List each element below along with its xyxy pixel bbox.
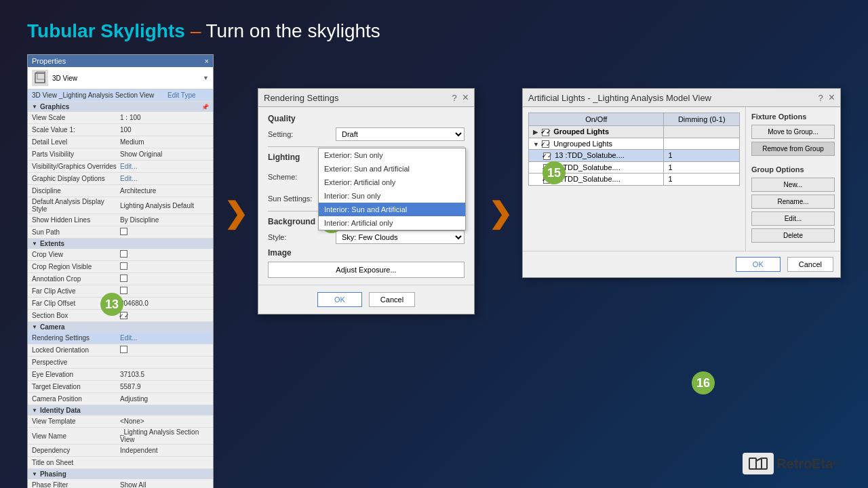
properties-panel: Properties × 3D View ▼ 3D View _Lighting… <box>27 54 214 488</box>
properties-titlebar: Properties × <box>28 55 213 67</box>
ungrouped-lights-label: Ungrouped Lights <box>553 140 612 148</box>
scheme-option-3[interactable]: Interior: Sun only <box>319 189 465 203</box>
phase-filter-label: Phase Filter <box>32 481 120 488</box>
graphic-display-edit[interactable]: Edit... <box>120 175 209 182</box>
analysis-view-row: 3D View _Lighting Analysis Section View … <box>28 89 213 102</box>
properties-close[interactable]: × <box>205 57 209 65</box>
rendering-ok-button[interactable]: OK <box>317 292 362 307</box>
vg-edit[interactable]: Edit... <box>120 163 209 170</box>
move-to-group-btn[interactable]: Move to Group... <box>751 125 835 139</box>
scheme-option-0[interactable]: Exterior: Sun only <box>319 148 465 162</box>
title-area: Tubular Skylights – Turn on the skylight… <box>27 20 841 42</box>
graphic-display-row: Graphic Display Options Edit... <box>28 173 213 185</box>
retroeta-icon <box>748 455 768 472</box>
light-dimming-2: 1 <box>664 174 740 186</box>
light-name-0: ✓ 13 :TDD_Solatube.... <box>529 150 664 162</box>
vg-overrides-row: Visibility/Graphics Overrides Edit... <box>28 161 213 173</box>
camera-pos-value: Adjusting <box>120 395 209 403</box>
fixture-options-title: Fixture Options <box>751 113 835 121</box>
perspective-label: Perspective <box>32 359 120 366</box>
light-dimming-1: 1 <box>664 161 740 174</box>
artificial-ok-btn[interactable]: OK <box>736 257 781 272</box>
parts-visibility-row: Parts Visibility Show Original <box>28 148 213 161</box>
rename-group-btn[interactable]: Rename... <box>751 195 835 209</box>
col-dimming: Dimming (0-1) <box>664 113 740 126</box>
title-dash: – <box>191 20 206 41</box>
rendering-dialog-titlebar: Rendering Settings ? × <box>258 89 474 107</box>
scheme-option-5[interactable]: Interior: Artificial only <box>319 216 465 230</box>
title-sheet-label: Title on Sheet <box>32 459 120 466</box>
scheme-option-2[interactable]: Exterior: Artificial only <box>319 176 465 189</box>
camera-pos-label: Camera Position <box>32 395 120 403</box>
step15-badge: 15 <box>542 161 566 184</box>
image-section-label: Image <box>268 248 465 258</box>
remove-from-group-btn[interactable]: Remove from Group <box>751 142 835 156</box>
title-part2: Turn on the skylights <box>206 20 380 41</box>
ungrouped-lights-row: ▼ ✓ Ungrouped Lights <box>529 138 740 150</box>
grouped-expand-icon[interactable]: ▶ <box>533 129 540 136</box>
adjust-exposure-btn[interactable]: Adjust Exposure... <box>268 262 465 278</box>
artificial-cancel-btn[interactable]: Cancel <box>787 257 833 272</box>
step13-badge: 13 <box>100 293 123 316</box>
crop-view-row: Crop View <box>28 249 213 261</box>
eye-elev-value: 37103.5 <box>120 371 209 378</box>
graphics-label: Graphics <box>40 103 69 110</box>
grouped-lights-cell: ▶ ✓ Grouped Lights <box>529 126 664 138</box>
fixture-options-panel: Fixture Options Move to Group... Remove … <box>745 107 840 251</box>
ungrouped-expand-icon[interactable]: ▼ <box>533 141 540 148</box>
edit-group-btn[interactable]: Edit... <box>751 211 835 226</box>
artificial-dialog-title: Artificial Lights - _Lighting Analysis M… <box>528 93 711 103</box>
svg-rect-5 <box>749 458 756 469</box>
view-template-value: <None> <box>120 418 209 425</box>
edit-type-btn[interactable]: Edit Type <box>167 92 209 99</box>
style-dropdown[interactable]: Sky: Few Clouds <box>336 230 465 244</box>
delete-group-btn[interactable]: Delete <box>751 228 835 243</box>
phase-filter-row: Phase Filter Show All <box>28 479 213 488</box>
artificial-close-icon[interactable]: × <box>829 92 835 104</box>
light-checkbox-0[interactable]: ✓ <box>543 152 551 160</box>
properties-inner: 3D View ▼ 3D View _Lighting Analysis Sec… <box>28 67 213 488</box>
sun-path-cb[interactable] <box>120 228 209 237</box>
svg-rect-8 <box>762 458 767 469</box>
group-options-title: Group Options <box>751 165 835 174</box>
light-row-0[interactable]: ✓ 13 :TDD_Solatube.... 1 <box>529 150 740 162</box>
sun-path-row: Sun Path <box>28 226 213 239</box>
rendering-close-icon[interactable]: × <box>462 92 469 104</box>
view-name-row: View Name _Lighting Analysis Section Vie… <box>28 428 213 445</box>
phase-filter-value: Show All <box>120 481 209 488</box>
svg-rect-0 <box>35 73 45 83</box>
phasing-label: Phasing <box>40 470 66 478</box>
rendering-help-icon[interactable]: ? <box>452 93 456 103</box>
annotation-crop-row: Annotation Crop <box>28 273 213 285</box>
extents-arrow: ▼ <box>32 241 37 247</box>
ungrouped-lights-checkbox[interactable]: ✓ <box>542 140 549 148</box>
identity-label: Identity Data <box>40 407 81 414</box>
artificial-help-icon[interactable]: ? <box>818 93 823 103</box>
rendering-dialog-buttons: OK Cancel <box>258 285 474 314</box>
rendering-cancel-button[interactable]: Cancel <box>369 292 415 307</box>
new-group-btn[interactable]: New... <box>751 178 835 192</box>
hidden-lines-label: Show Hidden Lines <box>32 216 120 224</box>
logo-icon-container <box>743 453 774 474</box>
graphics-section: ▼ Graphics 📌 <box>28 102 213 112</box>
analysis-style-row: Default Analysis Display Style Lighting … <box>28 197 213 214</box>
scheme-option-1[interactable]: Exterior: Sun and Artificial <box>319 162 465 176</box>
crop-region-label: Crop Region Visible <box>32 263 120 270</box>
grouped-lights-checkbox[interactable]: ✓ <box>542 129 549 136</box>
artificial-dialog-content: On/Off Dimming (0-1) ▶ ✓ Grouped Lights <box>523 107 840 251</box>
svg-line-6 <box>756 458 762 461</box>
perspective-row: Perspective <box>28 357 213 369</box>
dependency-label: Dependency <box>32 447 120 454</box>
graphics-pin: 📌 <box>201 104 209 110</box>
scheme-option-4[interactable]: Interior: Sun and Artificial <box>319 203 465 216</box>
artificial-dialog-titlebar: Artificial Lights - _Lighting Analysis M… <box>523 89 840 107</box>
graphic-display-label: Graphic Display Options <box>32 175 120 182</box>
grouped-lights-row: ▶ ✓ Grouped Lights <box>529 126 740 138</box>
title-on-sheet-row: Title on Sheet <box>28 457 213 469</box>
view-dropdown-arrow[interactable]: ▼ <box>203 75 209 81</box>
view-name-value: _Lighting Analysis Section View <box>120 428 209 443</box>
detail-level-value: Medium <box>120 138 209 146</box>
parts-vis-value: Show Original <box>120 150 209 158</box>
crop-region-row: Crop Region Visible <box>28 261 213 273</box>
setting-dropdown[interactable]: Draft <box>336 127 465 141</box>
